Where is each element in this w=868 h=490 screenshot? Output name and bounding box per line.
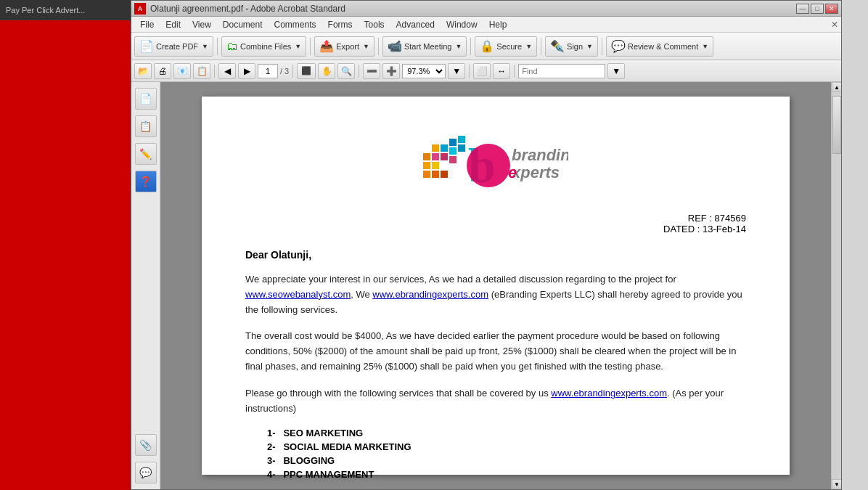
greeting: Dear Olatunji, (245, 249, 746, 261)
select-tool-button[interactable]: ⬛ (297, 63, 316, 79)
link-ebrandingexperts-1[interactable]: www.ebrandingexperts.com (372, 289, 488, 300)
review-comment-label: Review & Comment (628, 42, 698, 51)
svg-rect-8 (458, 136, 465, 143)
menu-file[interactable]: File (134, 18, 160, 31)
nav-toolbar: 📂 🖨 📧 📋 ◀ ▶ 1 / 3 ⬛ ✋ 🔍 ➖ ➕ 97.3% 50% 75… (131, 60, 841, 82)
review-comment-button[interactable]: 💬 Review & Comment ▼ (606, 36, 713, 57)
secure-button[interactable]: 🔒 Secure ▼ (475, 36, 537, 57)
close-panel-button[interactable]: ✕ (831, 20, 838, 30)
maximize-button[interactable]: □ (811, 4, 824, 14)
bookmarks-panel-icon[interactable]: 📋 (135, 115, 157, 137)
menu-tools[interactable]: Tools (359, 18, 390, 31)
fit-page-button[interactable]: ⬜ (473, 63, 491, 79)
zoom-in-button[interactable]: ➕ (382, 63, 400, 79)
svg-rect-2 (423, 171, 430, 178)
view-button[interactable]: 📋 (193, 63, 210, 79)
menu-forms[interactable]: Forms (322, 18, 359, 31)
nav-sep3 (359, 65, 359, 78)
edit-panel-icon[interactable]: ✏️ (135, 143, 157, 165)
nav-sep4 (469, 65, 470, 78)
create-pdf-icon: 📄 (139, 39, 154, 53)
create-pdf-button[interactable]: 📄 Create PDF ▼ (134, 36, 213, 57)
main-content: 📄 📋 ✏️ ❓ 📎 💬 (131, 82, 841, 489)
sep2 (310, 38, 311, 55)
menu-document[interactable]: Document (217, 18, 269, 31)
open-folder-button[interactable]: 📂 (134, 63, 152, 79)
left-sidebar: Pay Per Click Advert... (0, 0, 131, 490)
menu-help[interactable]: Help (483, 18, 513, 31)
nav-sep1 (214, 65, 215, 78)
link-seowebanalyst[interactable]: www.seowebanalyst.com (245, 289, 351, 300)
menu-edit[interactable]: Edit (160, 18, 187, 31)
find-dropdown-button[interactable]: ▼ (607, 63, 625, 79)
scroll-down-button[interactable]: ▼ (832, 479, 841, 489)
sign-button[interactable]: ✒️ Sign ▼ (545, 36, 598, 57)
scroll-thumb[interactable] (832, 96, 841, 154)
svg-rect-13 (423, 153, 430, 160)
svg-point-16 (467, 144, 510, 187)
svg-rect-6 (449, 139, 456, 146)
title-bar-buttons: — □ ✕ (796, 4, 838, 14)
title-bar: A Olatunji agreenment.pdf - Adobe Acroba… (131, 1, 841, 17)
zoom-select[interactable]: 97.3% 50% 75% 100% 125% 150% (402, 64, 446, 78)
toolbar: 📄 Create PDF ▼ 🗂 Combine Files ▼ 📤 Expor… (131, 33, 841, 60)
window-title: Olatunji agreenment.pdf - Adobe Acrobat … (150, 4, 345, 14)
zoom-out-button[interactable]: ➖ (363, 63, 380, 79)
find-input[interactable] (518, 64, 605, 78)
create-pdf-arrow: ▼ (202, 43, 208, 50)
nav-sep5 (514, 65, 515, 78)
help-panel-icon[interactable]: ❓ (135, 171, 157, 192)
pdf-area[interactable]: b branding xperts e REF : 874569 DATED :… (160, 82, 831, 489)
export-icon: 📤 (319, 39, 334, 53)
fit-width-button[interactable]: ↔ (493, 63, 510, 79)
svg-rect-4 (441, 171, 448, 178)
hand-tool-button[interactable]: ✋ (318, 63, 335, 79)
left-panel: 📄 📋 ✏️ ❓ 📎 💬 (131, 82, 160, 489)
svg-rect-3 (432, 171, 439, 178)
svg-text:branding: branding (512, 146, 568, 164)
sidebar-top: Pay Per Click Advert... (0, 0, 131, 20)
menu-bar: File Edit View Document Comments Forms T… (131, 17, 841, 33)
ref-number: REF : 874569 (245, 213, 746, 224)
link-ebrandingexperts-2[interactable]: www.ebrandingexperts.com (551, 388, 667, 399)
combine-files-arrow: ▼ (295, 43, 301, 50)
svg-rect-7 (449, 147, 456, 155)
pages-panel-icon[interactable]: 📄 (135, 88, 157, 110)
attach-panel-icon[interactable]: 📎 (135, 434, 157, 456)
menu-comments[interactable]: Comments (269, 18, 322, 31)
start-meeting-button[interactable]: 📹 Start Meeting ▼ (382, 36, 467, 57)
svg-rect-12 (449, 156, 456, 163)
combine-files-button[interactable]: 🗂 Combine Files ▼ (221, 36, 306, 57)
scroll-up-button[interactable]: ▲ (832, 82, 841, 92)
combine-files-icon: 🗂 (226, 40, 238, 53)
page-total: 3 (284, 67, 289, 75)
sep6 (602, 38, 602, 55)
scrollbar[interactable]: ▲ ▼ (831, 82, 841, 489)
zoom-dropdown-button[interactable]: ▼ (448, 63, 465, 79)
pdf-logo: b branding xperts e (245, 133, 746, 191)
paragraph-2: The overall cost would be $4000, As we h… (245, 329, 746, 374)
sep4 (470, 38, 471, 55)
comments-panel-icon[interactable]: 💬 (135, 462, 157, 483)
svg-rect-14 (432, 144, 439, 152)
acrobat-window: A Olatunji agreenment.pdf - Adobe Acroba… (131, 0, 842, 490)
export-button[interactable]: 📤 Export ▼ (314, 36, 374, 57)
sidebar-tab-label[interactable]: Pay Per Click Advert... (6, 6, 85, 15)
pdf-page: b branding xperts e REF : 874569 DATED :… (202, 97, 790, 475)
email-button[interactable]: 📧 (173, 63, 191, 79)
list-item-2: 2- SOCIAL MEDIA MARKETING (267, 441, 746, 452)
sep5 (541, 38, 541, 55)
secure-icon: 🔒 (480, 39, 494, 53)
nav-sep2 (292, 65, 293, 78)
menu-view[interactable]: View (187, 18, 217, 31)
prev-page-button[interactable]: ◀ (218, 63, 236, 79)
menu-window[interactable]: Window (441, 18, 483, 31)
close-button[interactable]: ✕ (825, 4, 838, 14)
next-page-button[interactable]: ▶ (238, 63, 255, 79)
minimize-button[interactable]: — (796, 4, 809, 14)
sign-label: Sign (567, 42, 583, 51)
zoom-tool-button[interactable]: 🔍 (337, 63, 355, 79)
print-button[interactable]: 🖨 (154, 63, 171, 79)
page-number-input[interactable]: 1 (258, 64, 278, 78)
menu-advanced[interactable]: Advanced (390, 18, 441, 31)
